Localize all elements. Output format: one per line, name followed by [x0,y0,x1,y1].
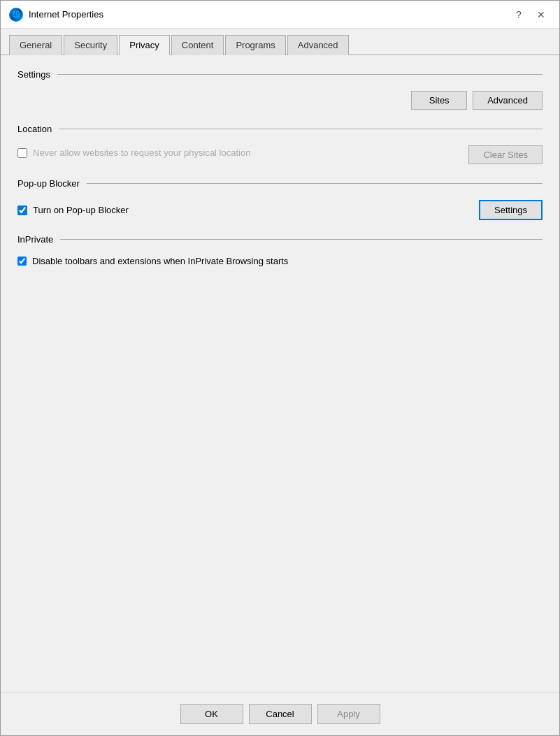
location-checkbox[interactable] [17,148,27,158]
settings-header-label: Settings [17,69,50,80]
settings-buttons: Sites Advanced [17,91,543,110]
apply-button[interactable]: Apply [317,704,380,724]
popup-row: Turn on Pop-up Blocker Settings [17,200,543,220]
inprivate-row: Disable toolbars and extensions when InP… [17,256,543,266]
tab-bar: General Security Privacy Content Program… [1,29,559,55]
sites-button[interactable]: Sites [411,91,467,110]
location-header-label: Location [17,124,52,134]
title-bar: 🌐 Internet Properties ? ✕ [1,1,559,29]
inprivate-header-label: InPrivate [17,234,53,245]
tab-content-area: Settings Sites Advanced Location Never a… [1,55,559,692]
window-title: Internet Properties [29,9,509,20]
popup-blocker-checkbox[interactable] [17,205,27,215]
location-section: Location Never allow websites to request… [17,124,543,164]
inprivate-header-line [60,239,543,240]
bottom-bar: OK Cancel Apply [1,692,559,735]
inprivate-checkbox[interactable] [17,257,27,266]
tab-advanced[interactable]: Advanced [287,35,349,55]
popup-blocker-label: Turn on Pop-up Blocker [33,204,129,217]
popup-checkbox-wrapper: Turn on Pop-up Blocker [17,204,129,217]
location-checkbox-wrapper: Never allow websites to request your phy… [17,147,250,159]
clear-sites-button[interactable]: Clear Sites [468,145,543,164]
inprivate-header: InPrivate [17,234,543,245]
window-icon: 🌐 [9,8,23,22]
location-row: Never allow websites to request your phy… [17,145,543,164]
tab-privacy[interactable]: Privacy [119,35,170,55]
settings-header: Settings [17,69,543,80]
popup-header: Pop-up Blocker [17,178,543,189]
location-header-line [59,129,543,129]
ok-button[interactable]: OK [180,704,243,724]
tab-content[interactable]: Content [171,35,224,55]
close-button[interactable]: ✕ [531,6,551,23]
popup-blocker-section: Pop-up Blocker Turn on Pop-up Blocker Se… [17,178,543,220]
inprivate-section: InPrivate Disable toolbars and extension… [17,234,543,266]
location-header: Location [17,124,543,134]
window-controls: ? ✕ [509,6,551,23]
internet-properties-window: 🌐 Internet Properties ? ✕ General Securi… [0,0,560,736]
help-button[interactable]: ? [509,6,529,23]
tab-programs[interactable]: Programs [225,35,285,55]
popup-header-label: Pop-up Blocker [17,178,80,189]
cancel-button[interactable]: Cancel [249,704,312,724]
settings-section: Settings Sites Advanced [17,69,543,110]
popup-settings-button[interactable]: Settings [479,200,543,220]
location-checkbox-label: Never allow websites to request your phy… [33,147,250,159]
advanced-button[interactable]: Advanced [473,91,543,110]
popup-header-line [87,183,543,184]
tab-general[interactable]: General [9,35,62,55]
tab-security[interactable]: Security [64,35,117,55]
inprivate-label: Disable toolbars and extensions when InP… [32,256,288,266]
settings-header-line [57,74,543,75]
